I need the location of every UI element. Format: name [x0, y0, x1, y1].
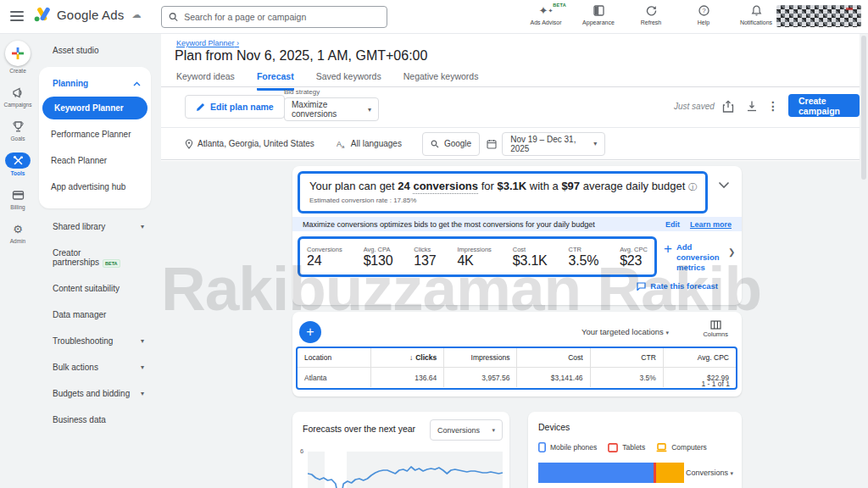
rail-item-admin[interactable]: ⚙ Admin: [0, 221, 36, 244]
dropdown-arrow-icon: ▾: [368, 106, 371, 114]
targeted-locations-select[interactable]: Your targeted locations ▾: [581, 327, 669, 336]
save-status: Just saved: [674, 102, 715, 111]
svg-text:?: ?: [702, 7, 706, 14]
chevron-down-icon: ▾: [141, 223, 144, 230]
legend-mobile-phones: Mobile phones: [538, 442, 597, 452]
sidebar-item-data-manager[interactable]: Data manager: [36, 302, 154, 328]
pencil-icon: [196, 103, 205, 112]
sidebar-item-app-advertising-hub[interactable]: App advertising hub: [39, 174, 151, 200]
help-button[interactable]: ? Help: [682, 3, 726, 25]
share-button[interactable]: [721, 98, 736, 114]
col-impressions[interactable]: Impressions: [443, 348, 516, 367]
more-options-button[interactable]: ⋮: [765, 98, 781, 114]
search-input[interactable]: [184, 12, 380, 22]
create-button[interactable]: Create: [0, 41, 36, 74]
language-filter[interactable]: Aa All languages: [337, 139, 402, 149]
rail-item-goals[interactable]: Goals: [0, 119, 36, 141]
google-ads-logo: Google Ads ☁: [34, 7, 142, 22]
edit-plan-name-button[interactable]: Edit plan name: [185, 95, 285, 119]
ads-advisor-button[interactable]: BETA ✦✦ Ads Advisor: [524, 3, 568, 25]
create-plus-icon[interactable]: [5, 41, 31, 66]
add-conversion-metrics-button[interactable]: + Add conversion metrics: [664, 242, 725, 273]
sidebar-item-keyword-planner[interactable]: Keyword Planner: [42, 97, 147, 119]
translate-icon: Aa: [337, 139, 347, 149]
col-cost[interactable]: Cost: [516, 348, 589, 367]
menu-icon[interactable]: [10, 11, 24, 21]
tools-icon: [5, 152, 31, 169]
sidebar-item-content-suitability[interactable]: Content suitability: [36, 275, 154, 302]
date-range-select[interactable]: Nov 19 – Dec 31, 2025 ▾: [502, 132, 605, 156]
sidebar-item-asset-studio[interactable]: Asset studio: [36, 34, 154, 64]
breadcrumb[interactable]: Keyword Planner ›: [176, 39, 239, 47]
sidebar-item-business-data[interactable]: Business data: [36, 407, 154, 433]
campaigns-icon: [10, 85, 25, 100]
rate-this-forecast-button[interactable]: Rate this forecast: [637, 281, 718, 291]
create-campaign-button[interactable]: Create campaign: [788, 94, 860, 117]
chevron-right-icon[interactable]: ❯: [728, 247, 735, 257]
tab-keyword-ideas[interactable]: Keyword ideas: [176, 71, 235, 91]
dropdown-arrow-icon: ▾: [730, 470, 733, 476]
rail-item-campaigns[interactable]: Campaigns: [0, 85, 36, 108]
info-icon[interactable]: ⓘ: [688, 182, 697, 191]
forecast-line: [308, 452, 503, 488]
laptop-icon: [656, 443, 667, 452]
refresh-icon: [646, 3, 657, 18]
sidebar-item-creator-partnerships[interactable]: Creator partnershipsBETA: [36, 240, 154, 275]
columns-button[interactable]: Columns: [703, 320, 728, 338]
forecasts-chart-card: Forecasts over the next year Conversions…: [292, 412, 509, 488]
legend-tablets: Tablets: [608, 443, 645, 452]
account-info-redacted[interactable]: [776, 5, 861, 27]
appearance-button[interactable]: Appearance: [576, 3, 620, 25]
beta-badge: BETA: [103, 259, 120, 268]
sort-desc-icon: ↓: [409, 353, 413, 362]
col-clicks[interactable]: ↓Clicks: [370, 348, 443, 367]
col-location[interactable]: Location: [298, 348, 370, 367]
notifications-button[interactable]: Notifications: [734, 3, 778, 25]
network-select[interactable]: Google: [422, 132, 480, 156]
primary-nav-rail: Create Campaigns Goals Tools Billing ⚙ A…: [0, 34, 36, 488]
sidebar-item-reach-planner[interactable]: Reach Planner: [39, 147, 151, 174]
tab-saved-keywords[interactable]: Saved keywords: [316, 71, 381, 91]
tab-negative-keywords[interactable]: Negative keywords: [403, 71, 479, 91]
legend-computers: Computers: [656, 443, 707, 452]
col-ctr[interactable]: CTR: [590, 348, 663, 367]
locations-table: Location ↓Clicks Impressions Cost CTR Av…: [296, 347, 737, 390]
bid-strategy-label: Bid strategy: [284, 88, 320, 96]
cost-value: $3.1K: [497, 180, 526, 192]
col-avg-cpc[interactable]: Avg. CPC: [663, 348, 736, 367]
plan-tabs: Keyword ideas Forecast Saved keywords Ne…: [176, 71, 478, 91]
search-icon: [169, 12, 178, 22]
page-title: Plan from Nov 6, 2025, 1 AM, GMT+06:00: [175, 48, 427, 64]
page-scrollbar[interactable]: [861, 36, 866, 488]
rail-item-billing[interactable]: Billing: [0, 187, 36, 210]
beta-badge: BETA: [553, 3, 566, 8]
devices-metric-select[interactable]: Conversions ▾: [686, 469, 733, 477]
sidebar-item-troubleshooting[interactable]: Troubleshooting▾: [36, 328, 154, 354]
add-location-button[interactable]: +: [299, 321, 321, 343]
rail-item-tools[interactable]: Tools: [0, 152, 36, 176]
sidebar-item-shared-library[interactable]: Shared library▾: [36, 214, 154, 240]
scrollbar-thumb[interactable]: [861, 36, 866, 180]
bid-strategy-select[interactable]: Maximize conversions ▾: [284, 97, 379, 121]
banner-edit-link[interactable]: Edit: [665, 220, 680, 229]
banner-learn-more-link[interactable]: Learn more: [690, 220, 732, 229]
sidebar-item-budgets-and-bidding[interactable]: Budgets and bidding▾: [36, 380, 154, 407]
locations-table-card: + Your targeted locations ▾ Columns Loca…: [292, 312, 742, 396]
google-ads-logo-icon: [34, 7, 51, 22]
sidebar-item-bulk-actions[interactable]: Bulk actions▾: [36, 354, 154, 380]
forecast-headline-box: Your plan can get 24 conversions for $3.…: [298, 171, 708, 214]
global-search[interactable]: [161, 6, 387, 28]
columns-icon: [710, 320, 721, 330]
sidebar-item-planning[interactable]: Planning: [39, 72, 151, 95]
sidebar-item-performance-planner[interactable]: Performance Planner: [39, 121, 151, 147]
table-row[interactable]: Atlanta 136.64 3,957.56 $3,141.46 3.5% $…: [298, 368, 736, 387]
refresh-button[interactable]: Refresh: [629, 3, 673, 25]
expand-chevron-icon[interactable]: [718, 181, 730, 189]
metric-cost: Cost$3.1K: [513, 246, 548, 269]
download-button[interactable]: [744, 98, 760, 114]
forecast-metric-select[interactable]: Conversions ▾: [430, 419, 503, 441]
y-axis-tick: 6: [300, 447, 303, 455]
location-filter[interactable]: Atlanta, Georgia, United States: [185, 139, 314, 149]
appearance-icon: [593, 3, 604, 18]
conversions-term[interactable]: conversions: [413, 180, 478, 194]
